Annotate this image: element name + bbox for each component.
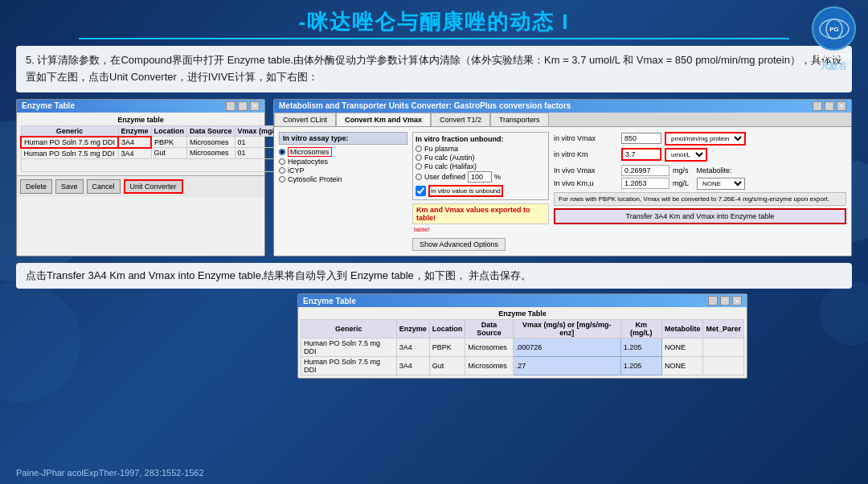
col-datasource: Data Source bbox=[187, 125, 235, 137]
show-adv-btn[interactable]: Show Advanced Options bbox=[412, 238, 506, 251]
bottom-enzyme-titlebar: Enzyme Table _ □ × bbox=[298, 294, 747, 307]
enzyme-table-left-body: Enzyme table Generic Enzyme Location Dat… bbox=[17, 113, 264, 175]
table-row[interactable]: Human PO Soln 7.5 mg DDI 3A4 PBPK Micros… bbox=[301, 338, 744, 357]
col-generic: Generic bbox=[21, 125, 118, 137]
metabolism-body: In vitro assay type: Microsomes Hepatocy… bbox=[274, 127, 851, 256]
minimize-btn-right[interactable]: _ bbox=[813, 101, 822, 111]
inbound-checkbox[interactable] bbox=[416, 186, 426, 196]
transfer-btn[interactable]: Transfer 3A4 Km and Vmax into Enzyme tab… bbox=[554, 208, 846, 224]
b-col-metabolite: Metabolite bbox=[661, 320, 703, 338]
b-col-met-parer: Met_Parer bbox=[703, 320, 744, 338]
radio-microsomes[interactable]: Microsomes bbox=[279, 147, 407, 157]
invivo-km-row: In vivo Km,u 1.2053 mg/L NONE bbox=[554, 178, 846, 190]
b-cell-km-1: 1.205 bbox=[620, 338, 661, 357]
radio-icyp[interactable]: iCYP bbox=[279, 166, 407, 174]
b-cell-enzyme-2: 3A4 bbox=[396, 357, 429, 375]
unit-converter-btn[interactable]: Unit Converter bbox=[124, 179, 183, 194]
cell-location-2: Gut bbox=[151, 148, 187, 159]
close-btn-right[interactable]: × bbox=[837, 101, 846, 111]
b-col-km: Km (mg/L) bbox=[620, 320, 661, 338]
minimize-btn-left[interactable]: _ bbox=[226, 101, 235, 111]
invivo-km-value: 1.2053 bbox=[621, 178, 669, 189]
tab-convert-clint[interactable]: Convert CLint bbox=[274, 113, 336, 126]
radio-fu-austin[interactable]: Fu calc (Austin) bbox=[416, 154, 546, 162]
radio-fu-plasma[interactable]: Fu plasma bbox=[416, 145, 546, 153]
close-btn-left[interactable]: × bbox=[250, 101, 260, 111]
cancel-btn[interactable]: Cancel bbox=[87, 179, 121, 194]
invivo-vmax-label: In vivo Vmax bbox=[554, 166, 618, 174]
radio-fu-halifax-label: Fu calc (Halifax) bbox=[424, 162, 477, 170]
km-input[interactable] bbox=[621, 148, 661, 161]
b-cell-datasource-1: Microsomes bbox=[465, 338, 513, 357]
inbound-checkbox-row[interactable]: In vitro value is unbound bbox=[416, 185, 546, 197]
radio-microsomes-dot bbox=[279, 149, 285, 155]
note-text: For rows with PBPK location, Vmax will b… bbox=[559, 195, 829, 203]
radio-fu-austin-dot bbox=[416, 154, 422, 161]
radio-fu-halifax[interactable]: Fu calc (Halifax) bbox=[416, 162, 546, 170]
tab-convert-km-vmax[interactable]: Convert Km and Vmax bbox=[336, 113, 431, 126]
minimize-btn-bottom[interactable]: _ bbox=[708, 296, 718, 306]
vmax-input[interactable] bbox=[621, 133, 661, 144]
cell-enzyme-2: 3A4 bbox=[118, 148, 151, 159]
enzyme-table-left-titlebar: Enzyme Table _ □ × bbox=[17, 100, 264, 113]
maximize-btn-bottom[interactable]: □ bbox=[720, 296, 730, 306]
bottom-enzyme-win-wrapper: Enzyme Table _ □ × Enzyme Table Generic … bbox=[16, 293, 852, 379]
maximize-btn-right[interactable]: □ bbox=[825, 101, 834, 111]
close-btn-bottom[interactable]: × bbox=[732, 296, 742, 306]
bottom-enzyme-table: Generic Enzyme Location Data Source Vmax… bbox=[301, 319, 744, 375]
tab-convert-t12[interactable]: Convert T1/2 bbox=[431, 113, 490, 126]
b-cell-metabolite-2: NONE bbox=[661, 357, 703, 375]
metabolite-value-display: NONE bbox=[697, 178, 745, 190]
logo-sub: 凡默谷 bbox=[812, 60, 856, 72]
win-controls-right: _ □ × bbox=[813, 101, 846, 111]
radio-cytosolic[interactable]: Cytosolic Protein bbox=[279, 175, 407, 183]
user-defined-input[interactable] bbox=[468, 171, 492, 183]
metabolism-win: Metabolism and Transporter Units Convert… bbox=[273, 99, 852, 256]
body-text-1-content: 5. 计算清除参数，在Compound界面中打开 Enzyme table.由体… bbox=[26, 54, 842, 83]
page-title: -咪达唑仑与酮康唑的动态 I bbox=[16, 8, 852, 36]
cell-datasource-2: Microsomes bbox=[187, 148, 235, 159]
save-btn[interactable]: Save bbox=[55, 179, 84, 194]
b-cell-enzyme-1: 3A4 bbox=[396, 338, 429, 357]
km-unit-select[interactable]: umol/L bbox=[665, 148, 707, 162]
tab-transporters[interactable]: Transporters bbox=[490, 113, 549, 126]
col-location: Location bbox=[151, 125, 187, 137]
b-cell-vmax-1: .000726 bbox=[513, 338, 620, 357]
radio-icyp-label: iCYP bbox=[288, 166, 305, 174]
invivo-km-unit: mg/L bbox=[673, 179, 689, 187]
assay-type-label: In vitro assay type: bbox=[279, 132, 407, 145]
radio-hepatocytes-label: Hepatocytes bbox=[288, 158, 328, 166]
tab-bar: Convert CLint Convert Km and Vmax Conver… bbox=[274, 113, 851, 127]
radio-hepatocytes[interactable]: Hepatocytes bbox=[279, 158, 407, 166]
col-enzyme: Enzyme bbox=[118, 125, 151, 137]
b-cell-metabolite-1: NONE bbox=[661, 338, 703, 357]
metabolite-select[interactable]: NONE bbox=[697, 178, 745, 190]
metab-right-panel: in vitro Vmax pmol/min/mg protein in vit… bbox=[554, 132, 846, 251]
radio-microsomes-label: Microsomes bbox=[288, 147, 332, 157]
km-input-row: in vitro Km umol/L bbox=[554, 148, 846, 162]
b-cell-datasource-2: Microsomes bbox=[465, 357, 513, 375]
enzyme-table-section-label: Enzyme table bbox=[20, 116, 261, 124]
title-underline bbox=[79, 38, 789, 39]
vmax-unit-select[interactable]: pmol/min/mg protein bbox=[665, 132, 746, 146]
km-vmax-warning: Km and Vmax values exported to table! bbox=[412, 203, 549, 224]
maximize-btn-left[interactable]: □ bbox=[238, 101, 248, 111]
radio-user-defined-label: User defined bbox=[424, 173, 465, 181]
b-cell-km-2: 1.205 bbox=[620, 357, 661, 375]
win-controls-bottom: _ □ × bbox=[708, 296, 742, 306]
metab-left-panel: In vitro assay type: Microsomes Hepatocy… bbox=[279, 132, 407, 251]
main-content: PG PharmoGo 凡默谷 -咪达唑仑与酮康唑的动态 I 5. 计算清除参数… bbox=[0, 0, 868, 484]
bottom-enzyme-section-label: Enzyme Table bbox=[301, 310, 744, 318]
vmax-input-row: in vitro Vmax pmol/min/mg protein bbox=[554, 132, 846, 146]
radio-user-defined[interactable]: User defined % bbox=[416, 171, 546, 183]
table-row[interactable]: Human PO Soln 7.5 mg DDI 3A4 Gut Microso… bbox=[301, 357, 744, 375]
radio-fu-plasma-label: Fu plasma bbox=[424, 145, 458, 153]
enzyme-table-left-title: Enzyme Table bbox=[22, 101, 75, 110]
delete-btn[interactable]: Delete bbox=[20, 179, 52, 194]
enzyme-table-left-win: Enzyme Table _ □ × Enzyme table Generic … bbox=[16, 99, 265, 256]
radio-cytosolic-dot bbox=[279, 176, 285, 183]
bottom-enzyme-win: Enzyme Table _ □ × Enzyme Table Generic … bbox=[297, 293, 747, 379]
b-col-generic: Generic bbox=[301, 320, 397, 338]
cell-location-1: PBPK bbox=[151, 137, 187, 148]
bottom-text: 点击Transfer 3A4 Km and Vmax into Enzyme t… bbox=[16, 263, 852, 289]
